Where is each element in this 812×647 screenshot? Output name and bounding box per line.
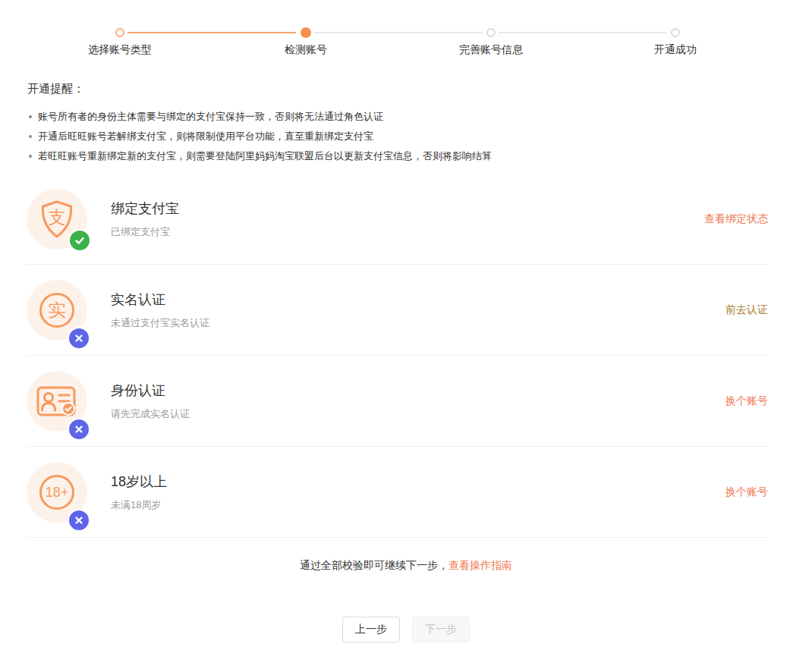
wizard-buttons: 上一步 下一步 bbox=[0, 617, 812, 642]
check-row-age-18: 18+ 18岁以上 未满18周岁 换个账号 bbox=[27, 447, 768, 538]
notice-item: 开通后旺旺账号若解绑支付宝，则将限制使用平台功能，直至重新绑定支付宝 bbox=[27, 127, 812, 146]
view-guide-link[interactable]: 查看操作指南 bbox=[448, 559, 512, 571]
step-label-select-account-type: 选择账号类型 bbox=[44, 43, 196, 57]
notice-item: 账号所有者的身份主体需要与绑定的支付宝保持一致，否则将无法通过角色认证 bbox=[27, 107, 812, 127]
tip-text: 通过全部校验即可继续下一步， bbox=[300, 559, 448, 571]
check-subtitle: 已绑定支付宝 bbox=[111, 225, 179, 239]
step-connector-pending bbox=[499, 32, 666, 33]
age-18-glyph: 18+ bbox=[46, 485, 69, 500]
check-row-bind-alipay: 支 绑定支付宝 已绑定支付宝 查看绑定状态 bbox=[27, 174, 768, 265]
status-fail-badge bbox=[68, 418, 90, 441]
step-dot-pending bbox=[486, 28, 496, 37]
status-fail-badge bbox=[68, 509, 90, 532]
check-text: 18岁以上 未满18周岁 bbox=[111, 473, 167, 512]
check-row-real-name: 实 实名认证 未通过支付宝实名认证 前去认证 bbox=[27, 265, 768, 356]
notice-list: 账号所有者的身份主体需要与绑定的支付宝保持一致，否则将无法通过角色认证 开通后旺… bbox=[27, 107, 812, 166]
step-label-check-account: 检测账号 bbox=[230, 43, 382, 57]
switch-account-link[interactable]: 换个账号 bbox=[725, 485, 768, 499]
x-icon bbox=[73, 423, 85, 435]
x-icon bbox=[73, 332, 85, 344]
real-name-glyph: 实 bbox=[48, 300, 66, 320]
verification-check-list: 支 绑定支付宝 已绑定支付宝 查看绑定状态 实 bbox=[27, 174, 768, 538]
switch-account-link[interactable]: 换个账号 bbox=[725, 394, 768, 408]
bottom-tip: 通过全部校验即可继续下一步，查看操作指南 bbox=[0, 559, 812, 573]
check-text: 身份认证 请先完成实名认证 bbox=[111, 382, 190, 421]
prev-step-button[interactable]: 上一步 bbox=[342, 617, 400, 642]
notice-title: 开通提醒： bbox=[27, 82, 812, 96]
step-connector-pending bbox=[314, 32, 483, 33]
real-name-icon: 实 bbox=[27, 280, 87, 341]
check-title: 18岁以上 bbox=[111, 473, 167, 491]
step-label-success: 开通成功 bbox=[600, 43, 751, 57]
activation-notice: 开通提醒： 账号所有者的身份主体需要与绑定的支付宝保持一致，否则将无法通过角色认… bbox=[27, 82, 812, 166]
x-icon bbox=[73, 514, 85, 526]
view-binding-status-link[interactable]: 查看绑定状态 bbox=[704, 212, 768, 226]
check-text: 绑定支付宝 已绑定支付宝 bbox=[111, 199, 179, 239]
alipay-shield-icon: 支 bbox=[27, 189, 87, 250]
check-title: 实名认证 bbox=[111, 291, 209, 309]
id-card-icon bbox=[27, 371, 87, 432]
step-connector-done bbox=[127, 32, 296, 33]
check-title: 绑定支付宝 bbox=[111, 199, 179, 218]
step-progress-bar: 选择账号类型 检测账号 完善账号信息 开通成功 bbox=[0, 0, 812, 61]
status-fail-badge bbox=[68, 327, 90, 350]
check-subtitle: 请先完成实名认证 bbox=[111, 407, 190, 421]
step-dot-pending bbox=[671, 28, 680, 37]
check-text: 实名认证 未通过支付宝实名认证 bbox=[111, 291, 209, 330]
step-label-complete-info: 完善账号信息 bbox=[415, 43, 567, 57]
next-step-button[interactable]: 下一步 bbox=[412, 617, 470, 642]
step-dot-done bbox=[115, 28, 124, 37]
go-verify-link[interactable]: 前去认证 bbox=[725, 303, 768, 317]
check-title: 身份认证 bbox=[111, 382, 190, 400]
check-subtitle: 未通过支付宝实名认证 bbox=[111, 316, 209, 330]
alipay-glyph: 支 bbox=[49, 207, 66, 227]
check-icon bbox=[74, 234, 86, 247]
check-subtitle: 未满18周岁 bbox=[111, 498, 167, 512]
step-dot-current bbox=[301, 27, 311, 38]
status-pass-badge bbox=[68, 229, 91, 252]
age-18-plus-icon: 18+ bbox=[27, 462, 87, 523]
check-row-identity: 身份认证 请先完成实名认证 换个账号 bbox=[27, 356, 768, 447]
notice-item: 若旺旺账号重新绑定新的支付宝，则需要登陆阿里妈妈淘宝联盟后台以更新支付宝信息，否… bbox=[27, 146, 812, 166]
